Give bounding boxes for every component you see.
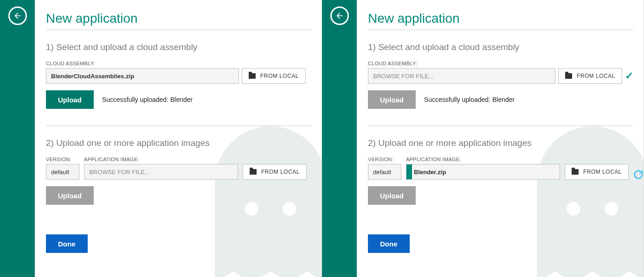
from-local-label: FROM LOCAL <box>260 73 299 79</box>
cloud-assembly-label: CLOUD ASSEMBLY: <box>46 61 311 66</box>
app-image-input[interactable] <box>84 164 238 180</box>
assembly-field-row: FROM LOCAL ✓ <box>368 68 633 84</box>
from-local-button[interactable]: FROM LOCAL <box>242 68 306 84</box>
folder-icon <box>249 73 256 79</box>
from-local-label: FROM LOCAL <box>261 169 300 175</box>
panel-left: New application 1) Select and upload a c… <box>0 0 322 277</box>
upload-image-button[interactable]: Upload <box>368 186 416 205</box>
content-area: New application 1) Select and upload a c… <box>357 0 644 277</box>
step1-label: 1) Select and upload a cloud assembly <box>368 42 633 52</box>
app-image-label: APPLICATION IMAGE: <box>406 157 560 162</box>
from-local-button[interactable]: FROM LOCAL <box>558 68 622 84</box>
refresh-spinner-icon <box>633 170 644 180</box>
upload-assembly-button[interactable]: Upload <box>46 90 94 109</box>
app-image-input[interactable]: Blender.zip <box>406 164 560 180</box>
upload-row-2: Upload <box>368 186 633 205</box>
done-row: Done <box>46 234 311 253</box>
divider-2 <box>368 126 633 126</box>
divider <box>46 30 311 30</box>
panel-right: New application 1) Select and upload a c… <box>322 0 644 277</box>
back-button[interactable] <box>8 6 27 25</box>
folder-icon <box>572 169 579 175</box>
done-row: Done <box>368 234 633 253</box>
app-image-label: APPLICATION IMAGE: <box>84 157 238 162</box>
page-title: New application <box>368 11 633 26</box>
from-local-label: FROM LOCAL <box>577 73 615 79</box>
step2-label: 2) Upload one or more application images <box>368 138 633 148</box>
divider <box>368 30 633 30</box>
app-image-filename: Blender.zip <box>406 169 446 176</box>
folder-icon <box>565 73 572 79</box>
upload-row-1: Upload Successfully uploaded: Blender <box>368 90 633 109</box>
step2-label: 2) Upload one or more application images <box>46 138 311 148</box>
check-icon: ✓ <box>625 70 633 82</box>
content-area: New application 1) Select and upload a c… <box>35 0 322 277</box>
upload-image-button[interactable]: Upload <box>46 186 94 205</box>
upload-row-2: Upload <box>46 186 311 205</box>
version-label: VERSION: <box>368 157 401 162</box>
version-input[interactable] <box>368 164 401 180</box>
from-local-label: FROM LOCAL <box>583 169 622 175</box>
version-label: VERSION: <box>46 157 79 162</box>
from-local-button-2[interactable]: FROM LOCAL <box>565 164 629 180</box>
done-button[interactable]: Done <box>46 234 88 253</box>
page-title: New application <box>46 11 311 26</box>
cloud-assembly-label: CLOUD ASSEMBLY: <box>368 61 633 66</box>
version-input[interactable] <box>46 164 79 180</box>
back-button[interactable] <box>330 6 349 25</box>
cloud-assembly-input[interactable] <box>368 68 555 84</box>
step1-label: 1) Select and upload a cloud assembly <box>46 42 311 52</box>
folder-icon <box>250 169 257 175</box>
done-button[interactable]: Done <box>368 234 410 253</box>
upload-assembly-button[interactable]: Upload <box>368 90 416 109</box>
upload-status-text: Successfully uploaded: Blender <box>102 96 193 103</box>
version-image-row: VERSION: APPLICATION IMAGE: FROM LOCAL <box>46 157 311 180</box>
version-image-row: VERSION: APPLICATION IMAGE: Blender.zip … <box>368 157 633 180</box>
from-local-button-2[interactable]: FROM LOCAL <box>243 164 307 180</box>
upload-row-1: Upload Successfully uploaded: Blender <box>46 90 311 109</box>
sidebar <box>0 0 35 277</box>
back-arrow-icon <box>335 11 344 20</box>
cloud-assembly-input[interactable] <box>46 68 239 84</box>
back-arrow-icon <box>13 11 22 20</box>
assembly-field-row: FROM LOCAL <box>46 68 311 84</box>
divider-2 <box>46 126 311 126</box>
upload-status-text: Successfully uploaded: Blender <box>424 96 515 103</box>
sidebar <box>322 0 357 277</box>
